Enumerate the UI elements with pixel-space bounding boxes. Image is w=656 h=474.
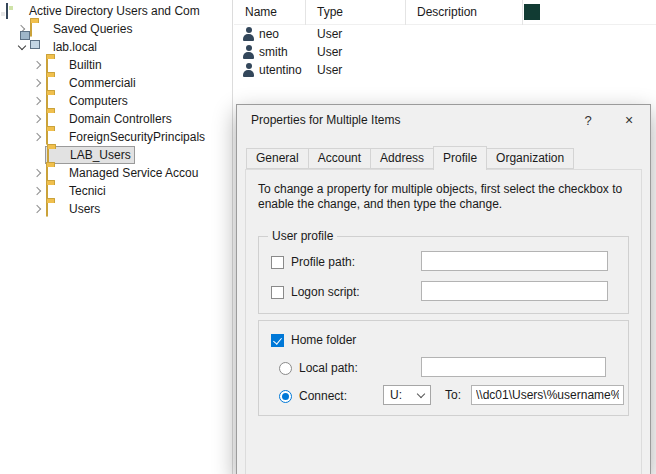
user-name: neo	[259, 27, 279, 41]
logon-script-input[interactable]	[421, 281, 608, 301]
tree-item-lab-local[interactable]: lab.local	[0, 38, 232, 56]
user-type: User	[306, 27, 406, 41]
local-path-row: Local path:	[279, 357, 618, 379]
name-cell: neo	[234, 27, 306, 41]
tree-item-commerciali[interactable]: Commerciali	[0, 74, 232, 92]
column-header-type[interactable]: Type	[306, 0, 406, 25]
tree-item-users[interactable]: Users	[0, 200, 232, 218]
connect-row: Connect: U: To:	[279, 385, 618, 407]
tree-item-label: Users	[67, 201, 102, 217]
list-header: Name Type Description	[234, 0, 656, 25]
chevron-right-icon[interactable]	[30, 111, 46, 127]
profile-path-label: Profile path:	[291, 255, 355, 269]
list-row-utentino[interactable]: utentino User	[234, 61, 656, 79]
tree-item-label: Active Directory Users and Com	[27, 3, 202, 19]
tab-profile[interactable]: Profile	[433, 146, 487, 170]
tree-item-label: ForeignSecurityPrincipals	[67, 129, 207, 145]
chevron-right-icon[interactable]	[30, 201, 46, 217]
list-row-smith[interactable]: smith User	[234, 43, 656, 61]
tree-item-lab-users[interactable]: LAB_Users	[0, 146, 232, 164]
home-folder-label: Home folder	[291, 333, 356, 347]
profile-path-checkbox[interactable]	[271, 256, 284, 269]
list-row-neo[interactable]: neo User	[234, 25, 656, 43]
user-icon	[242, 63, 255, 77]
local-path-input[interactable]	[421, 357, 606, 377]
close-button[interactable]: ×	[608, 105, 650, 135]
instruction-line-2: enable the change, and then type the cha…	[258, 197, 622, 212]
tree-item-label: Builtin	[67, 57, 104, 73]
aduc-window: Active Directory Users and Com Saved Que…	[0, 0, 656, 474]
tree-item-label: Computers	[67, 93, 130, 109]
tree-item-computers[interactable]: Computers	[0, 92, 232, 110]
column-header-description[interactable]: Description	[406, 0, 523, 25]
tree-item-foreign-security-principals[interactable]: ForeignSecurityPrincipals	[0, 128, 232, 146]
folder-icon	[46, 94, 62, 108]
directory-icon	[6, 4, 22, 18]
dialog-titlebar: Properties for Multiple Items ? ×	[237, 105, 650, 135]
chevron-right-icon[interactable]	[30, 75, 46, 91]
folder-icon	[46, 76, 62, 90]
folder-icon	[46, 58, 62, 72]
folder-icon	[47, 148, 63, 162]
local-path-radio[interactable]	[279, 362, 292, 375]
profile-path-input[interactable]	[421, 251, 608, 271]
tree-item-label: Managed Service Accou	[67, 165, 200, 181]
user-icon	[242, 27, 255, 41]
chevron-spacer	[30, 147, 46, 163]
tree-item-builtin[interactable]: Builtin	[0, 56, 232, 74]
logon-script-checkbox[interactable]	[271, 286, 284, 299]
chevron-right-icon[interactable]	[30, 165, 46, 181]
home-folder-checkbox[interactable]	[271, 334, 284, 347]
tree-item-tecnici[interactable]: Tecnici	[0, 182, 232, 200]
to-label: To:	[445, 388, 461, 402]
tab-account[interactable]: Account	[308, 148, 371, 169]
home-folder-row: Home folder	[271, 329, 618, 351]
folder-icon	[46, 184, 62, 198]
tree-item-label: Saved Queries	[51, 21, 134, 37]
connect-path-input[interactable]	[471, 385, 624, 405]
instruction-line-1: To change a property for multiple object…	[258, 182, 622, 197]
user-name: utentino	[259, 63, 302, 77]
tree-item-label: Domain Controllers	[67, 111, 174, 127]
tree-item-label: Tecnici	[67, 183, 108, 199]
tree-item-managed-service-accounts[interactable]: Managed Service Accou	[0, 164, 232, 182]
chevron-right-icon[interactable]	[30, 183, 46, 199]
folder-icon	[30, 22, 46, 36]
profile-path-row: Profile path:	[271, 251, 618, 273]
chevron-right-icon[interactable]	[30, 57, 46, 73]
dialog-title: Properties for Multiple Items	[251, 105, 400, 135]
chevron-down-icon[interactable]	[14, 39, 30, 55]
tab-general[interactable]: General	[246, 148, 309, 169]
user-type: User	[306, 45, 406, 59]
column-header-label: Type	[317, 5, 343, 19]
chevron-right-icon[interactable]	[30, 93, 46, 109]
connect-radio[interactable]	[279, 390, 292, 403]
properties-dialog: Properties for Multiple Items ? × Genera…	[236, 104, 651, 474]
tab-organization[interactable]: Organization	[486, 148, 574, 169]
tree-item-saved-queries[interactable]: Saved Queries	[0, 20, 232, 38]
chevron-down-icon	[417, 389, 425, 397]
drive-letter-dropdown[interactable]: U:	[383, 385, 431, 405]
logon-script-label: Logon script:	[291, 285, 360, 299]
name-cell: smith	[234, 45, 306, 59]
local-path-label: Local path:	[299, 361, 358, 375]
home-folder-group: Home folder Local path: Connect: U: To:	[258, 320, 629, 416]
tab-address[interactable]: Address	[370, 148, 434, 169]
name-cell: utentino	[234, 63, 306, 77]
tree-item-label: LAB_Users	[68, 147, 133, 163]
user-icon	[242, 45, 255, 59]
instruction-text: To change a property for multiple object…	[258, 182, 622, 212]
tree-item-domain-controllers[interactable]: Domain Controllers	[0, 110, 232, 128]
domain-icon	[30, 40, 46, 54]
folder-icon	[46, 130, 62, 144]
folder-icon	[46, 202, 62, 216]
dark-square-artifact	[524, 4, 540, 20]
user-name: smith	[259, 45, 288, 59]
user-profile-group: User profile Profile path: Logon script:	[258, 236, 629, 314]
help-button[interactable]: ?	[568, 105, 608, 135]
column-header-name[interactable]: Name	[234, 0, 306, 25]
group-title: User profile	[268, 229, 337, 243]
chevron-right-icon[interactable]	[30, 129, 46, 145]
user-type: User	[306, 63, 406, 77]
selected-tree-item: LAB_Users	[46, 147, 134, 163]
